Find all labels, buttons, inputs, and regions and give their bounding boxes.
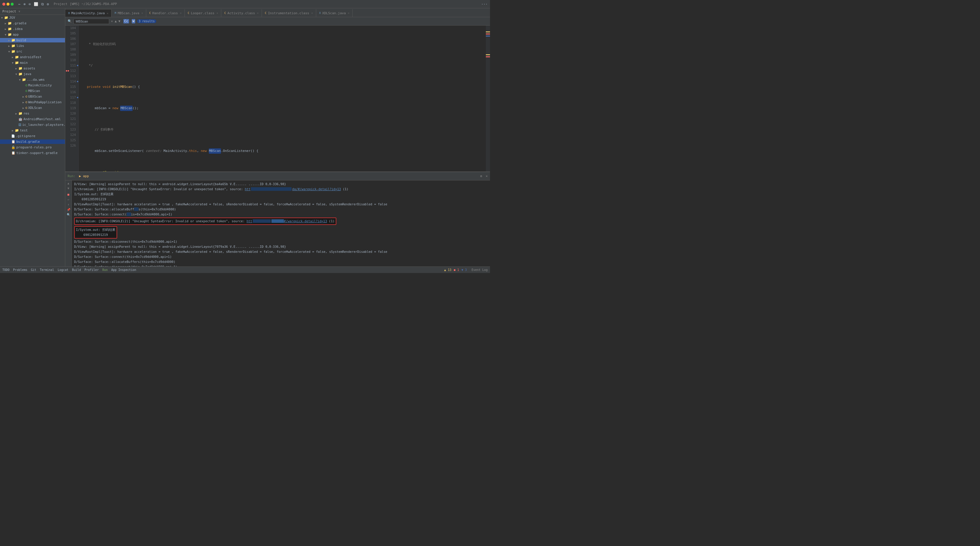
tab-xdlscan[interactable]: X XDLScan.java ✕ <box>316 9 353 17</box>
run-search-icon[interactable]: 🔍 <box>67 213 70 216</box>
tab-instrumentation-close[interactable]: ✕ <box>311 11 313 14</box>
code-106-cm <box>81 84 87 90</box>
tree-build[interactable]: ▶ 📁 build <box>0 37 65 43</box>
tree-assets-label: assets <box>24 67 35 70</box>
tab-handler-close[interactable]: ✕ <box>180 11 181 14</box>
tree-androidtest-label: androidTest <box>20 55 41 59</box>
status-app-inspection[interactable]: App Inspection <box>111 268 136 272</box>
settings-icon[interactable]: ⚙ <box>47 2 49 6</box>
tree-src[interactable]: ▼ 📁 src <box>0 49 65 54</box>
tree-app[interactable]: ▼ 📁 app <box>0 32 65 37</box>
run-scroll-icon[interactable]: ⬇ <box>67 203 69 206</box>
search-case-btn[interactable]: Cc <box>123 19 129 24</box>
split-icon[interactable]: ⧉ <box>41 2 44 6</box>
tab-looper-close[interactable]: ✕ <box>216 11 218 14</box>
code-109-c: , <box>197 148 201 154</box>
status-profiler[interactable]: Profiler <box>84 268 99 272</box>
tab-handler[interactable]: C Handler.class ✕ <box>146 9 185 17</box>
zoom-in-icon[interactable]: ⊕ <box>24 2 25 6</box>
run-settings-icon[interactable]: ⚙ <box>480 174 482 178</box>
code-107-hl: MBScan <box>120 106 133 111</box>
status-build[interactable]: Build <box>72 268 81 272</box>
status-todo[interactable]: TODO <box>2 268 10 272</box>
tree-test[interactable]: ▶ 📁 test <box>0 127 65 133</box>
code-line-105: */ <box>81 63 484 68</box>
tree-mbscan[interactable]: ▶ © MBScan <box>0 88 65 94</box>
window-icon[interactable]: ⬜ <box>34 2 38 6</box>
tree-tinker-label: tinker-support.gradle <box>16 151 57 155</box>
run-up-icon[interactable]: ▲ <box>67 181 69 185</box>
status-run[interactable]: Run <box>102 268 108 272</box>
code-108-cm: // 扫码事件 <box>81 127 114 132</box>
tree-gitignore[interactable]: ▶ 📄 .gitignore <box>0 133 65 139</box>
code-editor[interactable]: 104 105 106 107 108 109 110 111 ● 112 ● … <box>65 25 490 172</box>
log-link-3[interactable]: htt <box>247 219 252 223</box>
run-down-icon[interactable]: ▼ <box>67 187 69 190</box>
run-wrap-icon[interactable]: ↩ <box>67 198 69 201</box>
tree-mainactivity-label: MainActivity <box>28 83 52 87</box>
search-next-icon[interactable]: ▼ <box>118 19 121 23</box>
tree-tinker[interactable]: ▶ 📋 tinker-support.gradle <box>0 150 65 156</box>
status-event-log[interactable]: Event Log <box>472 268 488 272</box>
tree-libs[interactable]: ▶ 📁 libs <box>0 43 65 49</box>
tree-jgv[interactable]: ▼ 📁 JGV <box>0 15 65 21</box>
status-git[interactable]: Git <box>31 268 36 272</box>
search-clear-icon[interactable]: ✕ <box>111 19 113 23</box>
tab-looper[interactable]: C Looper.class ✕ <box>185 9 221 17</box>
code-content[interactable]: * 初始化扫比扫码 */ private void initMBScan() {… <box>79 25 486 172</box>
tree-xdlscan[interactable]: ▶ © XDLScan <box>0 105 65 111</box>
close-button[interactable] <box>2 3 5 6</box>
back-icon[interactable]: ← <box>18 2 21 6</box>
run-stop-icon[interactable]: ■ <box>67 193 69 196</box>
sidebar-collapse-icon[interactable]: ▼ <box>18 10 20 13</box>
code-106-sp <box>100 84 103 90</box>
tree-idea[interactable]: ▶ 📁 .idea <box>0 26 65 32</box>
run-pin-icon[interactable]: 📌 <box>67 208 70 211</box>
tree-assets[interactable]: ▶ 📁 assets <box>0 65 65 71</box>
tree-proguard-label: proguard-rules.pro <box>16 145 52 149</box>
log-link-4[interactable]: #/warepick-detail?id=13 <box>284 219 327 223</box>
search-input[interactable] <box>73 19 109 24</box>
tree-androidtest[interactable]: ▶ 📁 androidTest <box>0 54 65 60</box>
tree-wmspda[interactable]: ▶ © WmsPdaApplication <box>0 99 65 105</box>
tree-main[interactable]: ▼ 📁 main <box>0 60 65 65</box>
line-num-105: 105 <box>68 31 76 36</box>
log-mask-5 <box>271 219 284 223</box>
run-app-label[interactable]: ▶ app <box>79 174 89 178</box>
minimize-button[interactable] <box>6 3 10 6</box>
search-word-btn[interactable]: W <box>132 19 135 24</box>
tab-looper-icon: C <box>188 11 189 14</box>
tree-gradle[interactable]: ▶ 📁 .gradle <box>0 21 65 26</box>
tree-buildgradle[interactable]: ▶ 📋 build.gradle <box>0 139 65 145</box>
tree-jawms[interactable]: ▼ 📁 ...da.wms <box>0 77 65 83</box>
run-panel[interactable]: D/View: [Warning] assignParent to null: … <box>72 180 490 266</box>
status-terminal[interactable]: Terminal <box>40 268 54 272</box>
tree-ic-launcher[interactable]: ▶ 🖼 ic_launcher-playstore.png <box>0 122 65 127</box>
log-highlight-box: D/chromium: [INFO:CONSOLE(2)] "Uncaught … <box>74 218 336 225</box>
tab-xdlscan-close[interactable]: ✕ <box>348 11 349 14</box>
more-icon[interactable]: ··· <box>481 2 488 6</box>
tree-java[interactable]: ▼ 📁 java <box>0 71 65 77</box>
tree-androidmanifest[interactable]: ▶ 🤖 AndroidManifest.xml <box>0 116 65 122</box>
tab-activity-close[interactable]: ✕ <box>257 11 259 14</box>
zoom-out-icon[interactable]: ⊖ <box>29 2 30 6</box>
maximize-button[interactable] <box>11 3 14 6</box>
tab-mbscan[interactable]: M MBScan.java ✕ <box>111 9 146 17</box>
log-link-1[interactable]: htt <box>245 187 250 191</box>
status-problems[interactable]: Problems <box>13 268 27 272</box>
tree-proguard[interactable]: ▶ 🔒 proguard-rules.pro <box>0 145 65 150</box>
log-link-2[interactable]: da/#/warepick-detail?id=13 <box>292 187 341 191</box>
tab-xdlscan-icon: X <box>319 11 321 14</box>
tab-activity[interactable]: C Activity.class ✕ <box>221 9 262 17</box>
search-prev-icon[interactable]: ▲ <box>115 19 117 23</box>
tree-res[interactable]: ▶ 📁 res <box>0 111 65 116</box>
tab-mainactivity-close[interactable]: ✕ <box>107 12 108 15</box>
tab-mainactivity[interactable]: M MainActivity.java ✕ <box>65 9 111 17</box>
status-logcat[interactable]: Logcat <box>58 268 68 272</box>
tab-instrumentation[interactable]: C Instrumentation.class ✕ <box>262 9 316 17</box>
tab-mbscan-close[interactable]: ✕ <box>142 11 143 14</box>
tree-ubxscan[interactable]: ▶ © UBXScan <box>0 94 65 99</box>
tree-mainactivity[interactable]: ▶ © MainActivity <box>0 83 65 88</box>
run-close-icon[interactable]: ✕ <box>485 174 488 178</box>
editor-area: M MainActivity.java ✕ M MBScan.java ✕ C … <box>65 8 490 266</box>
